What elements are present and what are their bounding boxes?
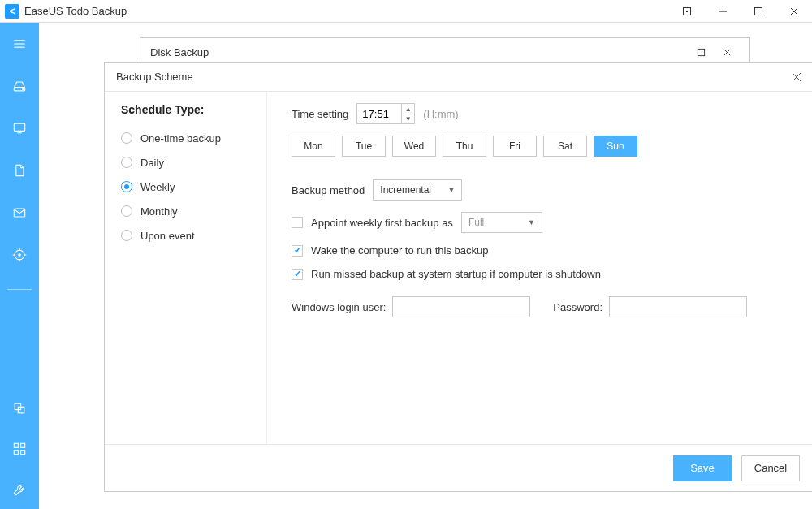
radio-label: Daily — [140, 157, 164, 169]
radio-icon — [121, 132, 132, 144]
spinner-arrows[interactable]: ▲▼ — [401, 104, 414, 123]
svg-point-15 — [19, 254, 21, 257]
radio-one-time[interactable]: One-time backup — [121, 126, 266, 150]
save-button[interactable]: Save — [673, 455, 732, 481]
dialog-title: Backup Scheme — [116, 71, 787, 83]
dialog-close-button[interactable] — [787, 67, 806, 87]
spin-up-icon[interactable]: ▲ — [402, 104, 414, 114]
cancel-button[interactable]: Cancel — [741, 455, 800, 481]
chevron-down-icon: ▼ — [528, 218, 535, 226]
radio-daily[interactable]: Daily — [121, 150, 266, 175]
spin-down-icon[interactable]: ▼ — [402, 114, 414, 123]
svg-rect-2 — [755, 7, 762, 15]
time-hint: (H:mm) — [423, 108, 458, 120]
file-icon[interactable] — [8, 159, 31, 182]
time-input[interactable] — [357, 104, 401, 123]
appoint-checkbox[interactable] — [292, 217, 303, 228]
sidebar-divider — [7, 289, 32, 290]
radio-label: Weekly — [140, 181, 175, 193]
monitor-icon[interactable] — [8, 117, 31, 140]
dialog-header: Backup Scheme — [105, 63, 812, 92]
backup-method-select[interactable]: Incremental ▼ — [373, 179, 462, 201]
appoint-select[interactable]: Full ▼ — [461, 212, 542, 233]
svg-rect-26 — [698, 49, 704, 55]
radio-upon-event[interactable]: Upon event — [121, 223, 266, 248]
wrench-icon[interactable] — [8, 478, 31, 501]
svg-point-9 — [23, 88, 24, 89]
day-sun[interactable]: Sun — [594, 136, 637, 157]
titlebar: < EaseUS Todo Backup — [0, 0, 812, 23]
login-user-input[interactable] — [392, 296, 530, 317]
radio-label: Upon event — [140, 230, 195, 242]
schedule-heading: Schedule Type: — [121, 103, 266, 116]
chevron-down-icon: ▼ — [447, 186, 455, 194]
day-mon[interactable]: Mon — [292, 136, 335, 157]
missed-checkbox[interactable] — [292, 269, 303, 280]
titlebar-dropdown-button[interactable] — [669, 0, 705, 23]
day-tue[interactable]: Tue — [342, 136, 386, 157]
day-thu[interactable]: Thu — [443, 136, 486, 157]
radio-icon — [121, 230, 132, 241]
svg-rect-10 — [14, 123, 24, 131]
settings-panel: Time setting ▲▼ (H:mm) Mon Tue Wed Thu F… — [267, 92, 812, 444]
day-fri[interactable]: Fri — [493, 136, 537, 157]
svg-rect-24 — [14, 451, 18, 455]
menu-icon[interactable] — [8, 32, 31, 55]
backup-method-label: Backup method — [292, 184, 365, 196]
password-input[interactable] — [609, 296, 747, 317]
day-sat[interactable]: Sat — [543, 136, 587, 157]
radio-icon — [121, 181, 132, 192]
mail-icon[interactable] — [8, 201, 31, 224]
close-button[interactable] — [776, 0, 812, 23]
missed-label: Run missed backup at system startup if c… — [311, 268, 601, 280]
disk-backup-title: Disk Backup — [150, 46, 688, 58]
password-label: Password: — [553, 301, 603, 313]
select-value: Incremental — [380, 184, 431, 196]
maximize-button[interactable] — [741, 0, 776, 23]
radio-icon — [121, 157, 132, 168]
dialog-footer: Save Cancel — [105, 444, 812, 491]
wake-checkbox[interactable] — [292, 245, 303, 257]
schedule-type-panel: Schedule Type: One-time backup Daily Wee… — [105, 92, 267, 444]
time-setting-label: Time setting — [292, 108, 348, 120]
radio-monthly[interactable]: Monthly — [121, 199, 266, 223]
app-title: EaseUS Todo Backup — [24, 5, 669, 17]
sidebar — [0, 23, 39, 509]
radio-label: One-time backup — [140, 132, 221, 145]
svg-rect-25 — [21, 451, 25, 455]
login-user-label: Windows login user: — [292, 301, 386, 313]
wake-label: Wake the computer to run this backup — [311, 244, 488, 257]
day-wed[interactable]: Wed — [392, 136, 436, 157]
svg-rect-0 — [684, 7, 691, 15]
tiles-icon[interactable] — [8, 438, 31, 460]
minimize-button[interactable] — [705, 0, 741, 23]
select-value: Full — [469, 217, 484, 228]
backup-scheme-dialog: Backup Scheme Schedule Type: One-time ba… — [104, 62, 812, 492]
radio-icon — [121, 205, 132, 217]
target-icon[interactable] — [8, 244, 31, 266]
radio-weekly[interactable]: Weekly — [121, 175, 266, 199]
radio-label: Monthly — [140, 205, 178, 218]
svg-rect-23 — [21, 443, 25, 447]
appoint-label: Appoint weekly first backup as — [311, 217, 453, 229]
drive-icon[interactable] — [8, 75, 31, 97]
svg-rect-22 — [14, 443, 18, 447]
clone-icon[interactable] — [8, 397, 31, 420]
svg-rect-13 — [14, 209, 24, 217]
app-logo-icon: < — [5, 4, 19, 19]
day-selector: Mon Tue Wed Thu Fri Sat Sun — [292, 136, 798, 157]
time-spinner[interactable]: ▲▼ — [356, 103, 415, 124]
